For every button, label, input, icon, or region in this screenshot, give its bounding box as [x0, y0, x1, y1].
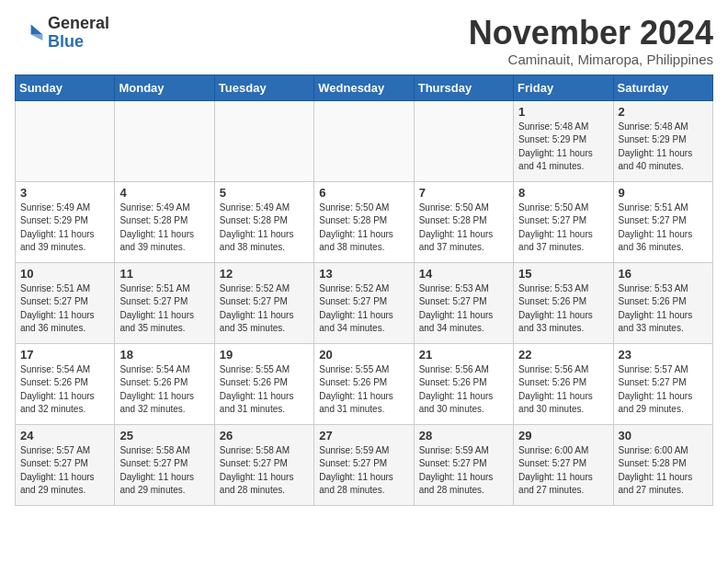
day-info: Sunrise: 5:56 AM Sunset: 5:26 PM Dayligh… [419, 363, 508, 417]
day-number: 28 [419, 429, 508, 442]
day-info: Sunrise: 5:59 AM Sunset: 5:27 PM Dayligh… [419, 444, 508, 498]
day-info: Sunrise: 5:48 AM Sunset: 5:29 PM Dayligh… [518, 121, 608, 174]
day-info: Sunrise: 5:48 AM Sunset: 5:29 PM Dayligh… [619, 121, 708, 174]
calendar-cell: 22Sunrise: 5:56 AM Sunset: 5:26 PM Dayli… [514, 343, 613, 424]
svg-marker-1 [31, 34, 43, 40]
day-info: Sunrise: 5:59 AM Sunset: 5:27 PM Dayligh… [319, 444, 408, 498]
calendar-cell: 26Sunrise: 5:58 AM Sunset: 5:27 PM Dayli… [214, 424, 313, 505]
day-info: Sunrise: 5:49 AM Sunset: 5:28 PM Dayligh… [220, 201, 309, 255]
calendar-cell: 23Sunrise: 5:57 AM Sunset: 5:27 PM Dayli… [613, 343, 712, 424]
day-number: 1 [518, 105, 608, 119]
calendar-cell [414, 100, 513, 181]
day-info: Sunrise: 5:50 AM Sunset: 5:28 PM Dayligh… [419, 201, 508, 255]
calendar-cell: 17Sunrise: 5:54 AM Sunset: 5:26 PM Dayli… [16, 343, 115, 424]
day-number: 11 [119, 267, 209, 281]
calendar-cell [115, 100, 214, 181]
page-header: General Blue November 2024 Caminauit, Mi… [15, 15, 713, 67]
calendar-week-1: 1Sunrise: 5:48 AM Sunset: 5:29 PM Daylig… [16, 100, 713, 181]
day-number: 5 [220, 186, 309, 200]
day-number: 18 [119, 348, 209, 362]
calendar-body: 1Sunrise: 5:48 AM Sunset: 5:29 PM Daylig… [16, 100, 713, 505]
calendar-cell: 11Sunrise: 5:51 AM Sunset: 5:27 PM Dayli… [115, 262, 214, 343]
weekday-header-tuesday: Tuesday [214, 75, 313, 100]
day-number: 25 [119, 429, 209, 442]
day-number: 3 [20, 186, 109, 200]
logo-text: General Blue [48, 15, 109, 52]
day-info: Sunrise: 5:49 AM Sunset: 5:29 PM Dayligh… [20, 201, 109, 255]
weekday-header-thursday: Thursday [414, 75, 513, 100]
day-number: 24 [20, 429, 109, 442]
day-info: Sunrise: 5:57 AM Sunset: 5:27 PM Dayligh… [20, 444, 109, 498]
calendar-cell: 19Sunrise: 5:55 AM Sunset: 5:26 PM Dayli… [214, 343, 313, 424]
day-number: 6 [319, 186, 408, 200]
calendar-cell: 18Sunrise: 5:54 AM Sunset: 5:26 PM Dayli… [115, 343, 214, 424]
day-number: 13 [319, 267, 408, 281]
day-info: Sunrise: 5:51 AM Sunset: 5:27 PM Dayligh… [119, 282, 209, 336]
calendar-week-2: 3Sunrise: 5:49 AM Sunset: 5:29 PM Daylig… [16, 181, 713, 262]
day-number: 16 [619, 267, 708, 281]
logo-blue-text: Blue [48, 33, 109, 52]
weekday-header-wednesday: Wednesday [314, 75, 414, 100]
svg-marker-0 [31, 24, 43, 34]
calendar-cell: 14Sunrise: 5:53 AM Sunset: 5:27 PM Dayli… [414, 262, 513, 343]
calendar-cell: 25Sunrise: 5:58 AM Sunset: 5:27 PM Dayli… [115, 424, 214, 505]
calendar-cell: 29Sunrise: 6:00 AM Sunset: 5:27 PM Dayli… [514, 424, 613, 505]
day-number: 4 [119, 186, 209, 200]
weekday-header-saturday: Saturday [613, 75, 712, 100]
calendar-cell: 8Sunrise: 5:50 AM Sunset: 5:27 PM Daylig… [514, 181, 613, 262]
day-info: Sunrise: 5:51 AM Sunset: 5:27 PM Dayligh… [619, 201, 708, 255]
calendar-cell: 1Sunrise: 5:48 AM Sunset: 5:29 PM Daylig… [514, 100, 613, 181]
day-info: Sunrise: 5:53 AM Sunset: 5:26 PM Dayligh… [518, 282, 608, 336]
day-number: 14 [419, 267, 508, 281]
day-number: 2 [619, 105, 708, 119]
calendar-cell [314, 100, 414, 181]
day-number: 20 [319, 348, 408, 362]
day-info: Sunrise: 5:57 AM Sunset: 5:27 PM Dayligh… [619, 363, 708, 417]
calendar-cell: 3Sunrise: 5:49 AM Sunset: 5:29 PM Daylig… [16, 181, 115, 262]
calendar-cell: 30Sunrise: 6:00 AM Sunset: 5:28 PM Dayli… [613, 424, 712, 505]
calendar-cell: 20Sunrise: 5:55 AM Sunset: 5:26 PM Dayli… [314, 343, 414, 424]
calendar-cell: 6Sunrise: 5:50 AM Sunset: 5:28 PM Daylig… [314, 181, 414, 262]
day-number: 17 [20, 348, 109, 362]
day-info: Sunrise: 5:55 AM Sunset: 5:26 PM Dayligh… [220, 363, 309, 417]
day-number: 26 [220, 429, 309, 442]
weekday-header-row: SundayMondayTuesdayWednesdayThursdayFrid… [16, 75, 713, 100]
day-info: Sunrise: 5:50 AM Sunset: 5:27 PM Dayligh… [518, 201, 608, 255]
day-number: 19 [220, 348, 309, 362]
day-number: 9 [619, 186, 708, 200]
calendar-cell: 10Sunrise: 5:51 AM Sunset: 5:27 PM Dayli… [16, 262, 115, 343]
day-info: Sunrise: 6:00 AM Sunset: 5:28 PM Dayligh… [619, 444, 708, 498]
day-number: 8 [518, 186, 608, 200]
day-info: Sunrise: 5:55 AM Sunset: 5:26 PM Dayligh… [319, 363, 408, 417]
calendar-cell: 4Sunrise: 5:49 AM Sunset: 5:28 PM Daylig… [115, 181, 214, 262]
day-number: 27 [319, 429, 408, 442]
day-number: 7 [419, 186, 508, 200]
day-info: Sunrise: 5:51 AM Sunset: 5:27 PM Dayligh… [20, 282, 109, 336]
weekday-header-friday: Friday [514, 75, 613, 100]
month-year-title: November 2024 [469, 15, 713, 52]
calendar-cell: 9Sunrise: 5:51 AM Sunset: 5:27 PM Daylig… [613, 181, 712, 262]
day-info: Sunrise: 5:52 AM Sunset: 5:27 PM Dayligh… [220, 282, 309, 336]
calendar-cell: 12Sunrise: 5:52 AM Sunset: 5:27 PM Dayli… [214, 262, 313, 343]
title-block: November 2024 Caminauit, Mimaropa, Phili… [469, 15, 713, 67]
calendar-week-5: 24Sunrise: 5:57 AM Sunset: 5:27 PM Dayli… [16, 424, 713, 505]
day-info: Sunrise: 5:52 AM Sunset: 5:27 PM Dayligh… [319, 282, 408, 336]
day-number: 29 [518, 429, 608, 442]
weekday-header-sunday: Sunday [16, 75, 115, 100]
location-subtitle: Caminauit, Mimaropa, Philippines [469, 52, 713, 67]
calendar-cell: 27Sunrise: 5:59 AM Sunset: 5:27 PM Dayli… [314, 424, 414, 505]
calendar-week-3: 10Sunrise: 5:51 AM Sunset: 5:27 PM Dayli… [16, 262, 713, 343]
day-number: 30 [619, 429, 708, 442]
day-info: Sunrise: 5:58 AM Sunset: 5:27 PM Dayligh… [220, 444, 309, 498]
logo: General Blue [15, 15, 109, 52]
day-number: 12 [220, 267, 309, 281]
day-info: Sunrise: 5:54 AM Sunset: 5:26 PM Dayligh… [119, 363, 209, 417]
calendar-cell: 24Sunrise: 5:57 AM Sunset: 5:27 PM Dayli… [16, 424, 115, 505]
day-info: Sunrise: 5:58 AM Sunset: 5:27 PM Dayligh… [119, 444, 209, 498]
calendar-cell: 7Sunrise: 5:50 AM Sunset: 5:28 PM Daylig… [414, 181, 513, 262]
weekday-header-monday: Monday [115, 75, 214, 100]
day-info: Sunrise: 5:54 AM Sunset: 5:26 PM Dayligh… [20, 363, 109, 417]
day-number: 21 [419, 348, 508, 362]
day-info: Sunrise: 5:50 AM Sunset: 5:28 PM Dayligh… [319, 201, 408, 255]
calendar-cell [214, 100, 313, 181]
